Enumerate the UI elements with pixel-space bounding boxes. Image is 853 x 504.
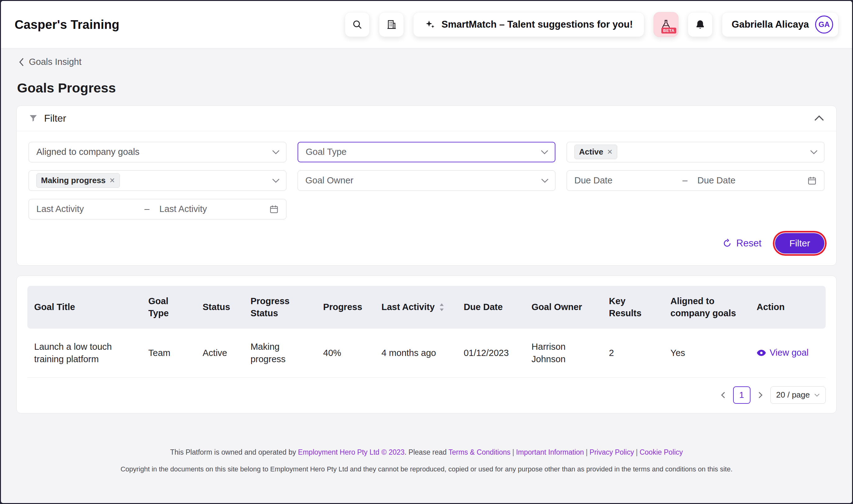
bell-icon: [695, 19, 706, 30]
due-date-end-placeholder: Due Date: [690, 175, 803, 185]
cell-key-results: 2: [602, 329, 663, 378]
employment-hero-link[interactable]: Employment Hero Pty Ltd © 2023: [298, 448, 404, 456]
company-button[interactable]: [379, 12, 404, 37]
chevron-down-icon: [814, 393, 820, 397]
page-title: Goals Progress: [17, 80, 837, 95]
sort-icon[interactable]: [439, 303, 445, 311]
important-info-link[interactable]: Important Information: [516, 448, 584, 456]
status-tag: Active ✕: [574, 145, 617, 159]
col-goal-type: Goal Type: [142, 286, 196, 329]
funnel-icon: [29, 113, 38, 123]
goal-type-placeholder: Goal Type: [306, 147, 347, 157]
footer-text: . Please read: [404, 448, 449, 456]
filter-title: Filter: [44, 113, 66, 124]
remove-status-tag-icon[interactable]: ✕: [607, 149, 613, 156]
cookie-policy-link[interactable]: Cookie Policy: [640, 448, 683, 456]
calendar-icon: [269, 204, 279, 214]
col-key-results: Key Results: [602, 286, 663, 329]
goals-table-card: Goal Title Goal Type Status Progress Sta…: [16, 275, 837, 413]
site-footer: This Platform is owned and operated by E…: [16, 448, 837, 473]
building-icon: [386, 19, 397, 30]
col-last-activity[interactable]: Last Activity: [375, 286, 457, 329]
remove-progress-tag-icon[interactable]: ✕: [109, 177, 115, 184]
view-goal-label: View goal: [770, 346, 808, 359]
aligned-to-company-goals-select[interactable]: Aligned to company goals: [29, 142, 286, 162]
range-separator: –: [680, 175, 690, 185]
smartmatch-label: SmartMatch – Talent suggestions for you!: [441, 19, 633, 30]
footer-text: This Platform is owned and operated by: [170, 448, 298, 456]
status-select[interactable]: Active ✕: [567, 142, 824, 162]
breadcrumb-label: Goals Insight: [29, 57, 81, 67]
chevron-left-icon: [721, 391, 726, 399]
last-activity-end-placeholder: Last Activity: [152, 204, 265, 214]
chevron-right-icon: [758, 391, 763, 399]
cell-due-date: 01/12/2023: [457, 329, 525, 378]
cell-goal-type: Team: [142, 329, 196, 378]
last-activity-start-placeholder: Last Activity: [36, 204, 142, 214]
col-progress: Progress: [316, 286, 375, 329]
footer-legal-line: This Platform is owned and operated by E…: [16, 448, 837, 456]
goals-table: Goal Title Goal Type Status Progress Sta…: [27, 286, 826, 378]
col-goal-title: Goal Title: [27, 286, 142, 329]
cell-status: Active: [196, 329, 244, 378]
chevron-left-icon: [18, 57, 25, 67]
cell-progress: 40%: [316, 329, 375, 378]
goal-owner-select[interactable]: Goal Owner: [298, 170, 555, 191]
cell-progress-status: Making progress: [244, 329, 316, 378]
user-menu[interactable]: Gabriella Alicaya GA: [722, 12, 838, 37]
chevron-down-icon: [810, 149, 818, 155]
page-size-label: 20 / page: [776, 390, 810, 400]
reset-icon: [723, 239, 732, 248]
page-size-select[interactable]: 20 / page: [770, 386, 826, 404]
filter-panel-header: Filter: [17, 106, 836, 131]
header-actions: SmartMatch – Talent suggestions for you!…: [345, 12, 838, 37]
status-tag-label: Active: [579, 147, 603, 157]
progress-status-select[interactable]: Making progress ✕: [29, 170, 286, 191]
range-separator: –: [142, 204, 152, 214]
terms-link[interactable]: Terms & Conditions: [449, 448, 510, 456]
goal-type-select[interactable]: Goal Type: [298, 142, 555, 162]
col-progress-status: Progress Status: [244, 286, 316, 329]
avatar: GA: [815, 16, 833, 34]
previous-page-button[interactable]: [719, 390, 728, 401]
chevron-down-icon: [272, 149, 280, 155]
col-due-date: Due Date: [457, 286, 525, 329]
col-action: Action: [750, 286, 826, 329]
due-date-range-picker[interactable]: Due Date – Due Date: [567, 170, 824, 191]
privacy-policy-link[interactable]: Privacy Policy: [590, 448, 634, 456]
footer-separator: |: [634, 448, 640, 456]
view-goal-link[interactable]: View goal: [757, 346, 808, 359]
progress-status-tag-label: Making progress: [41, 176, 106, 185]
cell-goal-owner: Harrison Johnson: [525, 329, 602, 378]
reset-button[interactable]: Reset: [723, 238, 761, 249]
page-number-button[interactable]: 1: [733, 386, 750, 404]
cell-aligned: Yes: [663, 329, 750, 378]
footer-copyright: Copyright in the documents on this site …: [16, 465, 837, 473]
chevron-down-icon: [272, 178, 280, 183]
calendar-icon: [807, 176, 817, 185]
breadcrumb-goals-insight[interactable]: Goals Insight: [18, 57, 81, 67]
chevron-down-icon: [541, 178, 549, 183]
aligned-placeholder: Aligned to company goals: [36, 147, 139, 157]
search-button[interactable]: [345, 12, 370, 37]
user-name: Gabriella Alicaya: [732, 19, 809, 30]
due-date-start-placeholder: Due Date: [574, 175, 680, 185]
top-header: Casper's Training: [1, 1, 852, 48]
beta-badge: BETA: [661, 28, 676, 34]
smartmatch-button[interactable]: SmartMatch – Talent suggestions for you!: [413, 12, 644, 37]
col-goal-owner: Goal Owner: [525, 286, 602, 329]
last-activity-range-picker[interactable]: Last Activity – Last Activity: [29, 199, 286, 219]
col-status: Status: [196, 286, 244, 329]
sparkle-icon: [425, 19, 435, 30]
filter-panel: Filter Aligned to company goals: [16, 106, 837, 266]
collapse-filter-button[interactable]: [814, 115, 824, 122]
footer-separator: |: [510, 448, 516, 456]
next-page-button[interactable]: [756, 390, 765, 401]
notifications-button[interactable]: [688, 12, 713, 37]
search-icon: [352, 19, 363, 30]
col-last-activity-label: Last Activity: [381, 301, 435, 313]
filter-button[interactable]: Filter: [775, 233, 824, 254]
footer-separator: |: [584, 448, 590, 456]
cell-goal-title: Launch a low touch training platform: [27, 329, 142, 378]
labs-button[interactable]: BETA: [654, 12, 678, 37]
